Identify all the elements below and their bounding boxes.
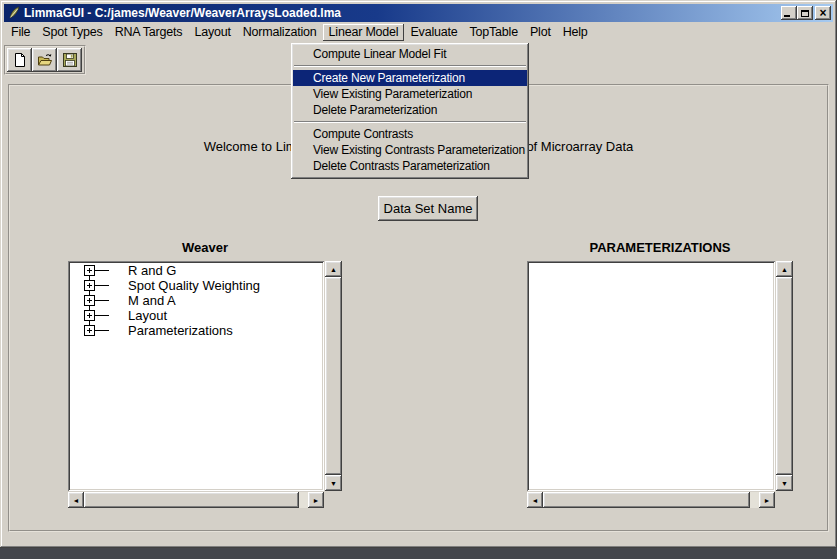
tree-branch-line — [95, 315, 109, 316]
left-horizontal-scrollbar[interactable]: ◄ ► — [68, 492, 324, 508]
save-file-button[interactable] — [57, 48, 82, 72]
scrollbar-thumb[interactable] — [84, 492, 299, 508]
tree-item-label: R and G — [128, 263, 176, 278]
menu-separator — [294, 65, 526, 67]
close-icon: × — [819, 7, 826, 19]
menu-evaluate[interactable]: Evaluate — [404, 24, 463, 41]
window-controls: × — [781, 6, 831, 20]
parameterizations-listbox[interactable] — [527, 261, 775, 491]
menu-help[interactable]: Help — [557, 24, 594, 41]
menu-normalization[interactable]: Normalization — [237, 24, 323, 41]
open-file-button[interactable] — [32, 48, 57, 72]
maximize-icon — [801, 10, 809, 17]
expand-plus-icon[interactable] — [84, 295, 95, 306]
tree-item-parameterizations[interactable]: Parameterizations — [70, 323, 322, 338]
menuitem-delete-contrasts-parameterization[interactable]: Delete Contrasts Parameterization — [293, 158, 527, 174]
right-vertical-scrollbar[interactable]: ▲ ▼ — [776, 261, 793, 491]
dataset-tree: R and G Spot Quality Weighting M and A L… — [70, 263, 322, 489]
scroll-down-button[interactable]: ▼ — [325, 475, 342, 491]
minimize-button[interactable] — [781, 6, 797, 20]
new-file-button[interactable] — [7, 48, 32, 72]
tree-item-label: Spot Quality Weighting — [128, 278, 260, 293]
scroll-up-button[interactable]: ▲ — [776, 261, 793, 277]
arrow-up-icon: ▲ — [781, 266, 788, 273]
menu-file[interactable]: File — [5, 24, 36, 41]
scroll-track[interactable] — [543, 492, 759, 508]
arrow-up-icon: ▲ — [330, 266, 337, 273]
expand-plus-icon[interactable] — [84, 265, 95, 276]
menuitem-view-existing-parameterization[interactable]: View Existing Parameterization — [293, 86, 527, 102]
menu-rna-targets[interactable]: RNA Targets — [109, 24, 189, 41]
maximize-button[interactable] — [797, 6, 813, 20]
tree-item-label: Parameterizations — [128, 323, 233, 338]
scroll-up-button[interactable]: ▲ — [325, 261, 342, 277]
left-vertical-scrollbar[interactable]: ▲ ▼ — [325, 261, 342, 491]
scroll-down-button[interactable]: ▼ — [776, 475, 793, 491]
close-button[interactable]: × — [815, 6, 831, 20]
scroll-track[interactable] — [776, 277, 793, 475]
titlebar[interactable]: LimmaGUI - C:/james/Weaver/WeaverArraysL… — [4, 4, 833, 22]
menu-spot-types[interactable]: Spot Types — [36, 24, 108, 41]
new-document-icon — [12, 52, 28, 68]
left-panel-title: Weaver — [68, 240, 342, 255]
save-floppy-icon — [62, 52, 78, 68]
menuitem-compute-contrasts[interactable]: Compute Contrasts — [293, 126, 527, 142]
expand-plus-icon[interactable] — [84, 280, 95, 291]
right-panel-title: PARAMETERIZATIONS — [527, 240, 793, 255]
tree-branch-line — [95, 270, 109, 271]
scrollbar-thumb[interactable] — [325, 277, 342, 475]
expand-plus-icon[interactable] — [84, 310, 95, 321]
limmagui-window: LimmaGUI - C:/james/Weaver/WeaverArraysL… — [0, 0, 837, 548]
menuitem-create-new-parameterization[interactable]: Create New Parameterization — [293, 70, 527, 86]
tree-item-spot-quality-weighting[interactable]: Spot Quality Weighting — [70, 278, 322, 293]
scroll-right-button[interactable]: ► — [759, 492, 775, 508]
arrow-right-icon: ► — [313, 497, 320, 504]
scroll-track[interactable] — [325, 277, 342, 475]
window-title: LimmaGUI - C:/james/Weaver/WeaverArraysL… — [24, 6, 341, 20]
tree-item-r-and-g[interactable]: R and G — [70, 263, 322, 278]
arrow-left-icon: ◄ — [532, 497, 539, 504]
open-folder-icon — [37, 52, 53, 68]
toolbar — [4, 45, 86, 75]
scrollbar-thumb[interactable] — [776, 277, 793, 475]
menu-separator — [294, 121, 526, 123]
minimize-icon — [784, 15, 790, 17]
tree-item-layout[interactable]: Layout — [70, 308, 322, 323]
arrow-left-icon: ◄ — [73, 497, 80, 504]
right-horizontal-scrollbar[interactable]: ◄ ► — [527, 492, 775, 508]
scroll-left-button[interactable]: ◄ — [527, 492, 543, 508]
feather-icon — [7, 6, 21, 20]
menuitem-view-existing-contrasts-parameterization[interactable]: View Existing Contrasts Parameterization — [293, 142, 527, 158]
menu-layout[interactable]: Layout — [188, 24, 236, 41]
arrow-down-icon: ▼ — [781, 480, 788, 487]
dataset-tree-listbox[interactable]: R and G Spot Quality Weighting M and A L… — [68, 261, 324, 491]
data-set-name-button[interactable]: Data Set Name — [378, 196, 478, 221]
tree-item-label: M and A — [128, 293, 176, 308]
menuitem-compute-linear-model-fit[interactable]: Compute Linear Model Fit — [293, 46, 527, 62]
menu-plot[interactable]: Plot — [524, 24, 557, 41]
menubar: File Spot Types RNA Targets Layout Norma… — [4, 23, 833, 41]
menu-toptable[interactable]: TopTable — [464, 24, 524, 41]
arrow-down-icon: ▼ — [330, 480, 337, 487]
scroll-left-button[interactable]: ◄ — [68, 492, 84, 508]
tree-branch-line — [95, 300, 109, 301]
tree-branch-line — [95, 285, 109, 286]
scrollbar-thumb[interactable] — [543, 492, 750, 508]
expand-plus-icon[interactable] — [84, 325, 95, 336]
scroll-right-button[interactable]: ► — [308, 492, 324, 508]
desktop-background: LimmaGUI - C:/james/Weaver/WeaverArraysL… — [0, 0, 837, 559]
menu-linear-model[interactable]: Linear Model — [323, 24, 405, 41]
arrow-right-icon: ► — [764, 497, 771, 504]
menuitem-delete-parameterization[interactable]: Delete Parameterization — [293, 102, 527, 118]
tree-branch-line — [95, 330, 109, 331]
linear-model-dropdown-menu: Compute Linear Model Fit Create New Para… — [291, 43, 529, 179]
scroll-track[interactable] — [84, 492, 308, 508]
tree-item-label: Layout — [128, 308, 167, 323]
tree-item-m-and-a[interactable]: M and A — [70, 293, 322, 308]
